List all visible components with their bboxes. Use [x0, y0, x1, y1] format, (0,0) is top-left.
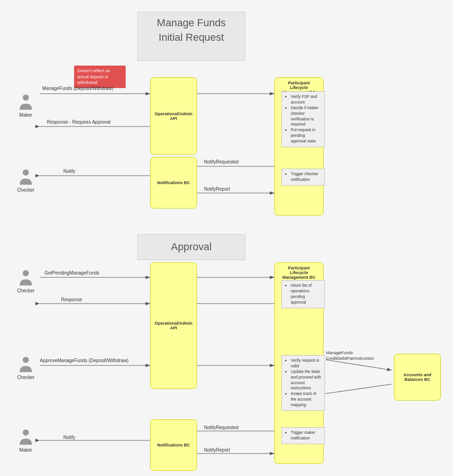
- label-manage-funds-credit-debit: ManageFundsCreditDebitPairInstruction: [326, 350, 374, 361]
- accounts-balances-bc: Accounts and Balances BC: [394, 354, 441, 401]
- participant-notes-top: Verify FSP and account Decide if Maker c…: [281, 91, 325, 147]
- label-notify-requested-top: NotifyRequested: [204, 159, 239, 164]
- notifications-bottom: Notifications BC: [150, 419, 197, 471]
- svg-point-21: [23, 270, 29, 276]
- actor-checker-mid: Checker: [12, 169, 40, 193]
- operational-api-top: Operational/Admin API: [150, 77, 197, 155]
- label-response-bottom: Response: [61, 297, 82, 302]
- notifications-mid: Notifications BC: [150, 157, 197, 208]
- person-icon-checker-mid: [17, 169, 34, 186]
- svg-point-23: [23, 430, 29, 436]
- actor-checker-approval2: Checker: [12, 356, 40, 380]
- trigger-maker-note: Trigger maker notification: [281, 427, 325, 444]
- label-notify-bottom: Notify: [63, 435, 76, 440]
- svg-point-22: [23, 357, 29, 363]
- label-get-pending: GetPendingManageFunds: [45, 270, 99, 275]
- svg-point-20: [23, 170, 29, 176]
- label-approve-manage-funds: ApproveManageFunds (Deposit/Withdraw): [40, 358, 128, 363]
- label-notify-mid: Notify: [63, 169, 76, 174]
- approve-notes: Verify request is valid Update the state…: [281, 355, 325, 411]
- label-notify-report-bottom: NotifyReport: [204, 447, 230, 453]
- warning-box: Doesn't reflect an actual deposit or wit…: [74, 66, 126, 88]
- label-manage-funds-req: ManageFunds (Deposit/Withdraw): [42, 86, 113, 91]
- label-notify-requested-bottom: NotifyRequested: [204, 425, 239, 430]
- section-title-line1: Manage Funds: [147, 16, 235, 30]
- person-icon-maker-top: [17, 94, 34, 111]
- person-icon-checker-approval2: [17, 356, 34, 373]
- person-icon-checker-approval1: [17, 269, 34, 286]
- label-response-approval: Response - Requires Approval: [47, 119, 111, 125]
- diagram-container: Manage Funds Initial Request Approval Do…: [0, 0, 453, 19]
- actor-checker-approval1: Checker: [12, 269, 40, 293]
- person-icon-maker-bottom: [17, 429, 34, 446]
- approval-title: Approval: [171, 240, 212, 254]
- section-title-line2: Initial Request: [147, 30, 235, 45]
- actor-maker-top: Maker: [12, 94, 40, 118]
- svg-point-19: [23, 95, 29, 101]
- svg-line-15: [326, 384, 392, 394]
- return-list-note: return list of operations pending approv…: [281, 280, 325, 308]
- checker-notification-note: Trigger checker notification: [281, 169, 325, 186]
- section-title-initial-request: Manage Funds Initial Request: [137, 12, 245, 61]
- section-title-approval: Approval: [137, 234, 245, 260]
- actor-maker-bottom: Maker: [12, 429, 40, 453]
- label-notify-report-top: NotifyReport: [204, 186, 230, 192]
- operational-api-bottom: Operational/Admin API: [150, 262, 197, 389]
